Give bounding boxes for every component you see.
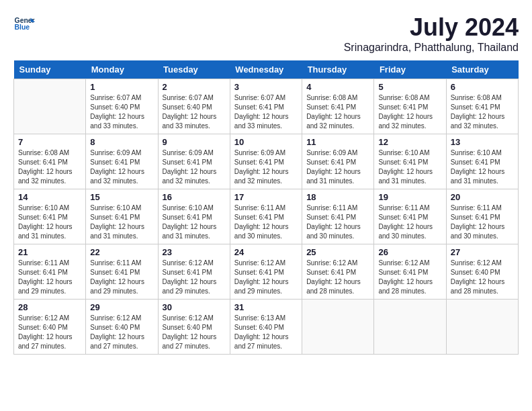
day-number: 11 — [306, 137, 369, 147]
calendar-day-cell: 22Sunrise: 6:11 AMSunset: 6:41 PMDayligh… — [86, 244, 158, 300]
day-info: Sunrise: 6:11 AMSunset: 6:41 PMDaylight:… — [451, 203, 514, 241]
day-info: Sunrise: 6:12 AMSunset: 6:40 PMDaylight:… — [163, 314, 226, 351]
day-info: Sunrise: 6:12 AMSunset: 6:41 PMDaylight:… — [234, 259, 298, 296]
day-number: 25 — [306, 247, 369, 257]
calendar-week-row: 1Sunrise: 6:07 AMSunset: 6:40 PMDaylight… — [14, 79, 519, 134]
day-info: Sunrise: 6:11 AMSunset: 6:41 PMDaylight:… — [234, 203, 298, 241]
day-info: Sunrise: 6:07 AMSunset: 6:40 PMDaylight:… — [163, 93, 226, 131]
calendar-day-cell: 5Sunrise: 6:08 AMSunset: 6:41 PMDaylight… — [374, 79, 446, 134]
calendar-day-cell: 23Sunrise: 6:12 AMSunset: 6:41 PMDayligh… — [158, 244, 230, 300]
calendar-day-cell — [302, 300, 374, 355]
day-number: 17 — [234, 192, 298, 202]
day-info: Sunrise: 6:12 AMSunset: 6:41 PMDaylight:… — [306, 259, 369, 296]
header: General Blue July 2024 Srinagarindra, Ph… — [13, 13, 519, 54]
day-number: 8 — [90, 137, 153, 147]
day-info: Sunrise: 6:09 AMSunset: 6:41 PMDaylight:… — [163, 148, 226, 186]
calendar-day-cell: 18Sunrise: 6:11 AMSunset: 6:41 PMDayligh… — [302, 189, 374, 244]
calendar-day-cell: 13Sunrise: 6:10 AMSunset: 6:41 PMDayligh… — [446, 134, 518, 189]
day-number: 3 — [234, 82, 298, 92]
day-number: 15 — [90, 192, 153, 202]
calendar-day-cell — [446, 300, 518, 355]
calendar-day-cell: 28Sunrise: 6:12 AMSunset: 6:40 PMDayligh… — [14, 300, 86, 355]
calendar-day-cell: 9Sunrise: 6:09 AMSunset: 6:41 PMDaylight… — [158, 134, 230, 189]
day-number: 23 — [163, 247, 226, 257]
day-info: Sunrise: 6:11 AMSunset: 6:41 PMDaylight:… — [90, 259, 153, 296]
day-info: Sunrise: 6:11 AMSunset: 6:41 PMDaylight:… — [306, 203, 369, 241]
day-info: Sunrise: 6:10 AMSunset: 6:41 PMDaylight:… — [18, 203, 81, 241]
subtitle: Srinagarindra, Phatthalung, Thailand — [344, 42, 519, 54]
svg-text:Blue: Blue — [15, 24, 30, 31]
calendar-day-cell: 12Sunrise: 6:10 AMSunset: 6:41 PMDayligh… — [374, 134, 446, 189]
calendar-header-cell: Wednesday — [230, 60, 302, 79]
day-info: Sunrise: 6:08 AMSunset: 6:41 PMDaylight:… — [306, 93, 369, 131]
day-info: Sunrise: 6:11 AMSunset: 6:41 PMDaylight:… — [18, 259, 81, 296]
day-number: 14 — [18, 192, 81, 202]
day-info: Sunrise: 6:12 AMSunset: 6:40 PMDaylight:… — [18, 314, 81, 351]
calendar-day-cell: 20Sunrise: 6:11 AMSunset: 6:41 PMDayligh… — [446, 189, 518, 244]
day-info: Sunrise: 6:07 AMSunset: 6:41 PMDaylight:… — [234, 93, 298, 131]
day-number: 6 — [451, 82, 514, 92]
day-number: 29 — [90, 302, 153, 312]
day-number: 26 — [378, 247, 441, 257]
day-info: Sunrise: 6:12 AMSunset: 6:40 PMDaylight:… — [451, 259, 514, 296]
calendar-day-cell: 16Sunrise: 6:10 AMSunset: 6:41 PMDayligh… — [158, 189, 230, 244]
day-number: 1 — [90, 82, 153, 92]
day-number: 16 — [163, 192, 226, 202]
day-info: Sunrise: 6:08 AMSunset: 6:41 PMDaylight:… — [18, 148, 81, 186]
calendar-week-row: 28Sunrise: 6:12 AMSunset: 6:40 PMDayligh… — [14, 300, 519, 355]
day-info: Sunrise: 6:12 AMSunset: 6:41 PMDaylight:… — [163, 259, 226, 296]
day-number: 7 — [18, 137, 81, 147]
day-info: Sunrise: 6:09 AMSunset: 6:41 PMDaylight:… — [90, 148, 153, 186]
calendar-day-cell: 11Sunrise: 6:09 AMSunset: 6:41 PMDayligh… — [302, 134, 374, 189]
calendar-header-cell: Saturday — [446, 60, 518, 79]
day-number: 20 — [451, 192, 514, 202]
calendar-day-cell: 19Sunrise: 6:11 AMSunset: 6:41 PMDayligh… — [374, 189, 446, 244]
day-number: 21 — [18, 247, 81, 257]
day-info: Sunrise: 6:11 AMSunset: 6:41 PMDaylight:… — [378, 203, 441, 241]
calendar-day-cell: 1Sunrise: 6:07 AMSunset: 6:40 PMDaylight… — [86, 79, 158, 134]
calendar-day-cell: 26Sunrise: 6:12 AMSunset: 6:41 PMDayligh… — [374, 244, 446, 300]
calendar-header-row: SundayMondayTuesdayWednesdayThursdayFrid… — [14, 60, 519, 79]
calendar-week-row: 7Sunrise: 6:08 AMSunset: 6:41 PMDaylight… — [14, 134, 519, 189]
day-info: Sunrise: 6:12 AMSunset: 6:41 PMDaylight:… — [378, 259, 441, 296]
calendar-day-cell: 30Sunrise: 6:12 AMSunset: 6:40 PMDayligh… — [158, 300, 230, 355]
calendar-day-cell — [374, 300, 446, 355]
day-info: Sunrise: 6:10 AMSunset: 6:41 PMDaylight:… — [90, 203, 153, 241]
calendar-day-cell: 29Sunrise: 6:12 AMSunset: 6:40 PMDayligh… — [86, 300, 158, 355]
day-number: 4 — [306, 82, 369, 92]
day-number: 28 — [18, 302, 81, 312]
calendar-header-cell: Sunday — [14, 60, 86, 79]
logo-icon: General Blue — [13, 13, 35, 35]
calendar-week-row: 14Sunrise: 6:10 AMSunset: 6:41 PMDayligh… — [14, 189, 519, 244]
calendar-day-cell: 21Sunrise: 6:11 AMSunset: 6:41 PMDayligh… — [14, 244, 86, 300]
calendar-day-cell: 8Sunrise: 6:09 AMSunset: 6:41 PMDaylight… — [86, 134, 158, 189]
day-number: 5 — [378, 82, 441, 92]
calendar: SundayMondayTuesdayWednesdayThursdayFrid… — [13, 60, 519, 355]
title-section: July 2024 Srinagarindra, Phatthalung, Th… — [344, 13, 519, 54]
logo: General Blue — [13, 13, 35, 35]
day-number: 18 — [306, 192, 369, 202]
calendar-day-cell: 2Sunrise: 6:07 AMSunset: 6:40 PMDaylight… — [158, 79, 230, 134]
calendar-header-cell: Tuesday — [158, 60, 230, 79]
day-number: 31 — [234, 302, 298, 312]
calendar-header-cell: Monday — [86, 60, 158, 79]
calendar-day-cell: 14Sunrise: 6:10 AMSunset: 6:41 PMDayligh… — [14, 189, 86, 244]
calendar-day-cell: 10Sunrise: 6:09 AMSunset: 6:41 PMDayligh… — [230, 134, 302, 189]
calendar-day-cell — [14, 79, 86, 134]
day-info: Sunrise: 6:08 AMSunset: 6:41 PMDaylight:… — [378, 93, 441, 131]
day-number: 2 — [163, 82, 226, 92]
calendar-header-cell: Thursday — [302, 60, 374, 79]
calendar-day-cell: 4Sunrise: 6:08 AMSunset: 6:41 PMDaylight… — [302, 79, 374, 134]
calendar-day-cell: 17Sunrise: 6:11 AMSunset: 6:41 PMDayligh… — [230, 189, 302, 244]
calendar-body: 1Sunrise: 6:07 AMSunset: 6:40 PMDaylight… — [14, 79, 519, 355]
day-info: Sunrise: 6:12 AMSunset: 6:40 PMDaylight:… — [90, 314, 153, 351]
day-info: Sunrise: 6:09 AMSunset: 6:41 PMDaylight:… — [306, 148, 369, 186]
day-number: 12 — [378, 137, 441, 147]
day-number: 10 — [234, 137, 298, 147]
day-number: 22 — [90, 247, 153, 257]
day-info: Sunrise: 6:10 AMSunset: 6:41 PMDaylight:… — [378, 148, 441, 186]
day-info: Sunrise: 6:10 AMSunset: 6:41 PMDaylight:… — [163, 203, 226, 241]
day-number: 24 — [234, 247, 298, 257]
day-info: Sunrise: 6:07 AMSunset: 6:40 PMDaylight:… — [90, 93, 153, 131]
calendar-day-cell: 31Sunrise: 6:13 AMSunset: 6:40 PMDayligh… — [230, 300, 302, 355]
